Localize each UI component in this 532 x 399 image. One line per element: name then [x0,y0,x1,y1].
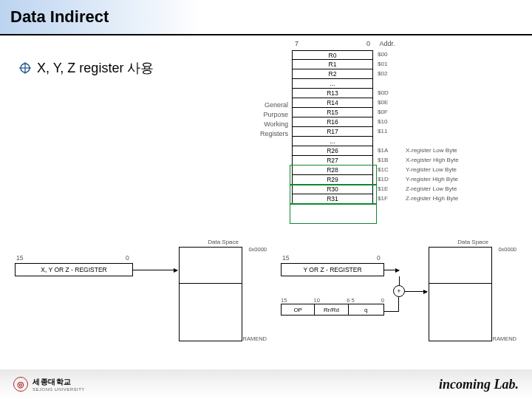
register-row: R0$00 [292,50,482,60]
register-addr: $1E [373,185,401,194]
register-addr: $1D [373,175,401,185]
register-name: R31 [292,194,373,204]
footer-left: ◎ 세종대학교 SEJONG UNIVERSITY [13,377,85,392]
bit-label-15: 15 [281,297,287,304]
register-name: R17 [292,127,373,137]
register-row: R16$10 [292,117,482,127]
register-addr [373,137,401,146]
register-name: R13 [292,89,373,98]
register-note [401,117,482,127]
register-addr: $11 [373,127,401,137]
register-row: R29$1DY-register High Byte [292,175,482,185]
arrow-icon [133,270,177,270]
register-row: R17$11 [292,127,482,137]
arrow-icon [384,270,399,270]
bit-label-0: 0 [377,254,381,262]
page-title: Data Indirect [10,7,109,27]
register-row: ... [292,79,482,89]
addr-bottom: RAMEND [242,335,267,342]
register-addr: $0E [373,98,401,108]
bit-label-65: 6 5 [347,297,354,304]
data-space-box: Data Space 0x0000 RAMEND [179,247,242,341]
register-addr: $0D [373,89,401,98]
op-field: OP [282,304,315,315]
data-space-label: Data Space [457,239,488,245]
register-note: Z-register Low Byte [401,185,482,194]
register-name: R28 [292,166,373,175]
register-name: ... [292,137,373,146]
register-row: R1$01 [292,60,482,69]
register-note [401,50,482,60]
register-row: R28$1CY-register Low Byte [292,166,482,175]
register-name: R2 [292,69,373,79]
register-addr: $00 [373,50,401,60]
register-row: R2$02 [292,69,482,79]
register-row: R14$0E [292,98,482,108]
university-name-en: SEJONG UNIVERSITY [33,387,85,392]
register-note [401,89,482,98]
title-bar: Data Indirect [0,0,532,35]
register-name: R27 [292,156,373,166]
register-note: Y-register High Byte [401,175,482,185]
rr-rd-field: Rr/Rd [315,304,348,315]
addr-top: 0x0000 [498,246,516,253]
register-note [401,137,482,146]
register-table: 7 0 Addr. R0$00R1$01R2$02...R13$0DR14$0E… [292,40,482,204]
lab-name: incoming Lab. [439,377,519,392]
register-addr [373,79,401,89]
bit-label-15: 15 [282,254,289,262]
register-addr: $10 [373,117,401,127]
bit-label-0: 0 [366,40,370,47]
bit-label-0: 0 [126,254,129,262]
yz-register-box: Y OR Z - REGISTER [281,263,384,276]
register-row: R13$0D [292,89,482,98]
register-row: ... [292,137,482,146]
data-space-label: Data Space [208,239,239,245]
register-row: R30$1EZ-register Low Byte [292,185,482,194]
bit-label-7: 7 [295,40,299,47]
register-addr: $02 [373,69,401,79]
adder-circle: + [393,285,405,297]
register-name: R26 [292,146,373,156]
register-row: R26$1AX-register Low Byte [292,146,482,156]
register-name: ... [292,79,373,89]
register-note: X-register Low Byte [401,146,482,156]
register-note [401,60,482,69]
register-row: R15$0F [292,108,482,117]
register-header: 7 0 Addr. [292,40,482,50]
register-name: R30 [292,185,373,194]
register-name: R14 [292,98,373,108]
register-addr: $1B [373,156,401,166]
register-addr: $01 [373,60,401,69]
register-note [401,127,482,137]
content-area: X, Y, Z register 사용 General Purpose Work… [0,35,532,369]
opcode-box: OP Rr/Rd q [281,304,384,316]
addr-top: 0x0000 [248,246,267,253]
register-note [401,69,482,79]
register-note: Z-register High Byte [401,194,482,204]
register-addr: $1A [373,146,401,156]
bullet-text: X, Y, Z register 사용 [37,59,154,77]
register-name: R16 [292,117,373,127]
addr-bottom: RAMEND [492,335,516,342]
connector-line [399,276,400,285]
footer: ◎ 세종대학교 SEJONG UNIVERSITY incoming Lab. [0,369,532,399]
q-field: q [349,304,383,315]
register-row: R31$1FZ-register High Byte [292,194,482,204]
register-row: R27$1BX-register High Byte [292,156,482,166]
register-note: Y-register Low Byte [401,166,482,175]
highlight-z-register [290,203,377,224]
register-addr: $0F [373,108,401,117]
register-name: R29 [292,175,373,185]
university-name-kr: 세종대학교 [33,377,85,387]
register-name: R0 [292,50,373,60]
arrow-icon [405,291,427,292]
xyz-register-box: X, Y OR Z - REGISTER [15,263,133,276]
university-logo-icon: ◎ [13,377,28,392]
register-note [401,98,482,108]
bullet-item: X, Y, Z register 사용 [19,59,154,77]
register-name: R15 [292,108,373,117]
target-icon [19,62,31,74]
register-note: X-register High Byte [401,156,482,166]
lower-diagrams: 15 0 X, Y OR Z - REGISTER Data Space 0x0… [0,254,532,372]
